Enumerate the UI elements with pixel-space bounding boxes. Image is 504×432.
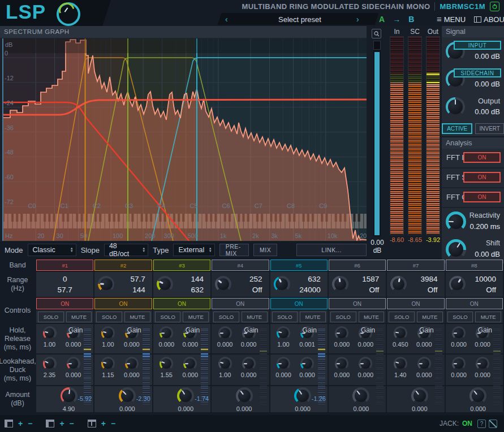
invert-button[interactable]: INVERT — [475, 123, 504, 134]
band-amount-knob[interactable] — [294, 387, 311, 404]
band-range-knob[interactable] — [98, 276, 114, 292]
menu-button[interactable]: ≡ MENU — [437, 15, 466, 24]
band-range-knob[interactable] — [390, 276, 407, 292]
band-mute-button[interactable]: MUTE — [417, 312, 443, 322]
band-amount-knob[interactable] — [469, 387, 486, 404]
band-duck-knob[interactable] — [183, 357, 197, 370]
band-solo-button[interactable]: SOLO — [155, 312, 181, 322]
resize-icon[interactable] — [489, 420, 497, 428]
graph-zoom-fader[interactable] — [373, 41, 381, 236]
premix-button[interactable]: PRE-MIX — [219, 244, 249, 256]
band-solo-button[interactable]: SOLO — [389, 312, 415, 322]
preset-prev-button[interactable]: ‹ — [225, 15, 228, 24]
band-lookahead-knob[interactable] — [101, 357, 115, 370]
band-amount-knob[interactable] — [61, 387, 77, 404]
band-on-button[interactable]: ON — [329, 298, 386, 309]
band-hold-knob[interactable] — [218, 326, 232, 340]
fader-handle[interactable] — [373, 41, 381, 50]
graph-zoom-button[interactable] — [372, 29, 381, 38]
band-mute-button[interactable]: MUTE — [242, 312, 268, 322]
link-button[interactable]: LINK... — [296, 244, 367, 256]
mode-select[interactable]: Classic ▲▼ — [28, 244, 76, 256]
band-mute-button[interactable]: MUTE — [183, 312, 209, 322]
output-gain-knob[interactable] — [446, 97, 465, 116]
type-spinner[interactable]: ▲▼ — [209, 247, 212, 253]
band-solo-button[interactable]: SOLO — [213, 312, 239, 322]
band-lookahead-knob[interactable] — [43, 357, 57, 370]
active-button[interactable]: ACTIVE — [442, 123, 472, 134]
layout-icon[interactable] — [5, 420, 13, 427]
band-lookahead-knob[interactable] — [394, 357, 407, 370]
plus-button[interactable]: + — [101, 420, 106, 427]
fft-on-button[interactable]: ON — [463, 172, 501, 183]
band-mute-button[interactable]: MUTE — [124, 312, 150, 322]
band-name-button[interactable]: #6 — [329, 260, 386, 271]
plus-button[interactable]: + — [59, 420, 64, 427]
band-on-button[interactable]: ON — [270, 298, 328, 309]
band-on-button[interactable]: ON — [446, 298, 503, 309]
band-duck-knob[interactable] — [242, 357, 256, 370]
band-on-button[interactable]: ON — [94, 298, 152, 309]
band-name-button[interactable]: #7 — [387, 260, 444, 271]
band-hold-knob[interactable] — [277, 326, 290, 340]
band-name-button[interactable]: #4 — [212, 260, 269, 271]
band-duck-knob[interactable] — [476, 357, 489, 370]
band-lookahead-knob[interactable] — [160, 357, 173, 370]
slope-spinner[interactable]: ▲▼ — [142, 247, 145, 253]
band-lookahead-knob[interactable] — [335, 357, 348, 370]
sidechain-button[interactable]: SIDECHAIN — [454, 68, 501, 77]
preset-next-button[interactable]: › — [356, 15, 359, 24]
about-button[interactable]: ABOUT — [474, 15, 504, 24]
band-hold-knob[interactable] — [335, 326, 348, 340]
spectrum-graph-plot[interactable]: dB0-12-24-36-48-60-72Hz20305010020030050… — [2, 38, 367, 241]
band-range-knob[interactable] — [157, 276, 173, 292]
band-name-button[interactable]: #8 — [446, 260, 503, 271]
band-on-button[interactable]: ON — [212, 298, 269, 309]
shift-knob[interactable] — [446, 239, 466, 260]
band-duck-knob[interactable] — [417, 357, 431, 370]
band-on-button[interactable]: ON — [387, 298, 444, 309]
band-hold-knob[interactable] — [43, 326, 57, 340]
band-mute-button[interactable]: MUTE — [300, 312, 326, 322]
text-layout-icon[interactable] — [88, 420, 96, 427]
band-solo-button[interactable]: SOLO — [447, 312, 473, 322]
band-range-knob[interactable] — [449, 276, 466, 292]
band-solo-button[interactable]: SOLO — [96, 312, 122, 322]
preset-label[interactable]: Select preset — [255, 15, 345, 24]
band-lookahead-knob[interactable] — [218, 357, 232, 370]
band-duck-knob[interactable] — [125, 357, 139, 370]
band-range-knob[interactable] — [332, 276, 348, 292]
mix-button[interactable]: MIX — [253, 244, 277, 256]
band-lookahead-knob[interactable] — [277, 357, 290, 370]
band-mute-button[interactable]: MUTE — [475, 312, 501, 322]
band-amount-knob[interactable] — [352, 387, 369, 404]
minus-button[interactable]: − — [111, 420, 115, 427]
minus-button[interactable]: − — [70, 420, 74, 427]
band-name-button[interactable]: #1 — [36, 260, 93, 271]
band-solo-button[interactable]: SOLO — [330, 312, 356, 322]
fft-on-button[interactable]: ON — [463, 152, 501, 163]
band-on-button[interactable]: ON — [36, 298, 93, 309]
band-name-button[interactable]: #5 — [270, 260, 328, 271]
band-mute-button[interactable]: MUTE — [66, 312, 92, 322]
mode-spinner[interactable]: ▲▼ — [70, 247, 74, 253]
band-amount-knob[interactable] — [119, 387, 136, 404]
fft-on-button[interactable]: ON — [463, 192, 501, 202]
slope-select[interactable]: 48 dB/oct ▲▼ — [104, 244, 148, 256]
band-duck-knob[interactable] — [300, 357, 314, 370]
band-amount-knob[interactable] — [177, 387, 194, 404]
band-solo-button[interactable]: SOLO — [272, 312, 298, 322]
band-solo-button[interactable]: SOLO — [38, 312, 64, 322]
band-hold-knob[interactable] — [101, 326, 115, 340]
band-range-knob[interactable] — [274, 276, 290, 292]
band-hold-knob[interactable] — [394, 326, 407, 340]
power-icon[interactable] — [490, 2, 499, 11]
ab-copy-arrow[interactable]: → — [393, 15, 400, 24]
ab-a-button[interactable]: A — [379, 15, 385, 24]
type-select[interactable]: External ▲▼ — [173, 244, 214, 256]
band-hold-knob[interactable] — [160, 326, 173, 340]
band-name-button[interactable]: #3 — [153, 260, 210, 271]
band-lookahead-knob[interactable] — [452, 357, 466, 370]
layout-icon[interactable] — [46, 420, 54, 427]
ab-b-button[interactable]: B — [408, 15, 414, 24]
